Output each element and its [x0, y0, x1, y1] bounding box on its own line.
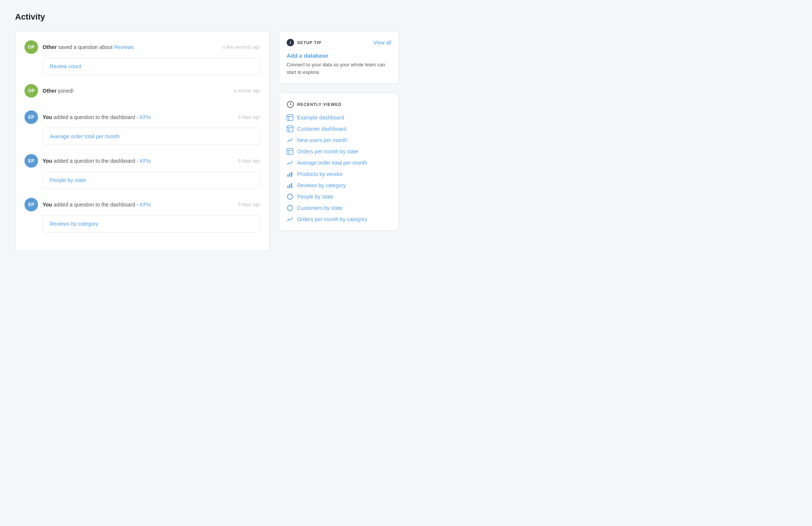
activity-panel: OPOther saved a question about Reviewsa … [15, 31, 270, 251]
table-icon [287, 148, 293, 155]
page-title: Activity [15, 12, 399, 22]
recently-viewed-item: Average order total per month [287, 159, 391, 166]
activity-header: OPOther joined!a minute ago [24, 84, 260, 98]
recently-viewed-header: RECENTLY VIEWED [287, 101, 391, 108]
avatar: OP [24, 84, 38, 98]
activity-header-left: EPYou added a question to the dashboard … [24, 110, 151, 124]
setup-tip-content: Add a database Connect to your data so y… [287, 52, 391, 76]
recently-viewed-link[interactable]: Customers by state [297, 205, 343, 211]
sidebar: i SETUP TIP View all Add a database Conn… [279, 31, 399, 251]
activity-header: OPOther saved a question about Reviewsa … [24, 40, 260, 54]
activity-card: Reviews by category [43, 215, 260, 232]
setup-tip-label: SETUP TIP [297, 40, 322, 45]
setup-tip-box: i SETUP TIP View all Add a database Conn… [279, 31, 399, 84]
recently-viewed-link[interactable]: New users per month [297, 137, 347, 143]
activity-header: EPYou added a question to the dashboard … [24, 154, 260, 168]
svg-rect-12 [291, 172, 292, 177]
activity-card-link[interactable]: Reviews by category [50, 221, 98, 227]
recently-viewed-item: Customer dashboard [287, 125, 391, 132]
avatar: OP [24, 40, 38, 54]
recently-viewed-link[interactable]: Products by vendor [297, 171, 343, 177]
activity-time: 9 days ago [238, 158, 260, 164]
activity-item: OPOther joined!a minute ago [24, 84, 260, 101]
recently-viewed-item: People by state [287, 193, 391, 200]
recently-viewed-label: RECENTLY VIEWED [297, 102, 342, 107]
svg-rect-14 [289, 184, 290, 188]
activity-card: People by state [43, 171, 260, 189]
add-database-desc: Connect to your data so your whole team … [287, 61, 391, 76]
bar-icon [287, 171, 293, 177]
recently-viewed-item: New users per month [287, 137, 391, 144]
activity-time: a minute ago [234, 88, 260, 93]
recently-viewed-link[interactable]: Average order total per month [297, 160, 367, 166]
activity-header: EPYou added a question to the dashboard … [24, 198, 260, 211]
clock-icon [287, 101, 294, 108]
avatar: EP [24, 198, 38, 211]
recently-viewed-box: RECENTLY VIEWED Example dashboard Custom… [279, 93, 399, 231]
activity-text: You added a question to the dashboard - … [43, 202, 151, 208]
recently-viewed-link[interactable]: Reviews by category [297, 182, 346, 188]
main-layout: OPOther saved a question about Reviewsa … [15, 31, 399, 251]
circle-icon [287, 193, 293, 200]
svg-rect-7 [287, 148, 293, 154]
activity-link[interactable]: Reviews [114, 44, 134, 50]
activity-link[interactable]: KPIs [140, 114, 151, 120]
recently-viewed-link[interactable]: Customer dashboard [297, 126, 346, 132]
view-all-link[interactable]: View all [373, 40, 391, 46]
recently-viewed-item: Orders per month by state [287, 148, 391, 155]
activity-card-link[interactable]: Average order total per month [50, 133, 120, 139]
recently-viewed-link[interactable]: Orders per month by category [297, 216, 367, 222]
recently-viewed-link[interactable]: Orders per month by state [297, 148, 359, 154]
table-icon [287, 125, 293, 132]
bar-icon [287, 182, 293, 189]
activity-text: Other saved a question about Reviews [43, 44, 134, 50]
recently-viewed-link[interactable]: Example dashboard [297, 115, 344, 121]
avatar: EP [24, 154, 38, 168]
activity-link[interactable]: KPIs [140, 158, 151, 164]
activity-header-left: OPOther joined! [24, 84, 74, 98]
svg-rect-1 [287, 115, 293, 121]
recently-viewed-item: Products by vendor [287, 171, 391, 177]
svg-rect-13 [287, 186, 288, 188]
activity-card: Review count [43, 58, 260, 75]
activity-header-left: OPOther saved a question about Reviews [24, 40, 134, 54]
svg-point-17 [287, 205, 293, 211]
activity-item: OPOther saved a question about Reviewsa … [24, 40, 260, 75]
recently-viewed-item: Reviews by category [287, 182, 391, 189]
svg-rect-15 [291, 183, 292, 188]
line-icon [287, 159, 293, 166]
activity-link[interactable]: KPIs [140, 202, 151, 208]
activity-header: EPYou added a question to the dashboard … [24, 110, 260, 124]
activity-text: You added a question to the dashboard - … [43, 114, 151, 120]
svg-rect-4 [287, 126, 293, 132]
activity-card-link[interactable]: People by state [50, 177, 86, 183]
recently-viewed-link[interactable]: People by state [297, 194, 334, 200]
recently-viewed-list: Example dashboard Customer dashboard New… [287, 114, 391, 223]
activity-item: EPYou added a question to the dashboard … [24, 198, 260, 232]
activity-card-link[interactable]: Review count [50, 63, 81, 69]
svg-rect-11 [289, 173, 290, 177]
activity-text: You added a question to the dashboard - … [43, 158, 151, 164]
recently-viewed-item: Orders per month by category [287, 216, 391, 223]
setup-tip-header: i SETUP TIP View all [287, 39, 391, 46]
activity-time: a few seconds ago [223, 44, 260, 50]
activity-header-left: EPYou added a question to the dashboard … [24, 154, 151, 168]
activity-card: Average order total per month [43, 128, 260, 145]
line-icon [287, 216, 293, 223]
page-container: Activity OPOther saved a question about … [0, 0, 414, 263]
svg-point-16 [287, 194, 293, 199]
activity-time: 9 days ago [238, 202, 260, 207]
activity-time: 9 days ago [238, 115, 260, 120]
activity-header-left: EPYou added a question to the dashboard … [24, 198, 151, 211]
activity-text: Other joined! [43, 88, 74, 94]
avatar: EP [24, 110, 38, 124]
activity-item: EPYou added a question to the dashboard … [24, 154, 260, 189]
setup-tip-title-row: i SETUP TIP [287, 39, 322, 46]
circle-icon [287, 205, 293, 211]
recently-viewed-item: Customers by state [287, 205, 391, 211]
line-icon [287, 137, 293, 144]
info-icon: i [287, 39, 294, 46]
add-database-title[interactable]: Add a database [287, 52, 391, 59]
recently-viewed-item: Example dashboard [287, 114, 391, 121]
table-icon [287, 114, 293, 121]
